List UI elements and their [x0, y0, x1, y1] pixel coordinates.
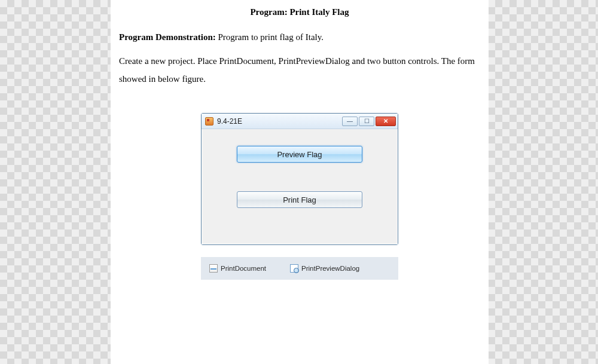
page-title: Program: Print Italy Flag — [119, 7, 480, 17]
maximize-button[interactable]: ☐ — [359, 117, 374, 126]
screenshot-container: 9.4-21E — ☐ ✕ Preview Flag Print Flag Pr… — [119, 113, 480, 280]
printdocument-icon — [209, 264, 218, 273]
demo-label: Program Demonstration: — [119, 32, 216, 42]
preview-flag-button[interactable]: Preview Flag — [237, 146, 362, 163]
demo-text: Program to print flag of Italy. — [216, 32, 324, 42]
application-window: 9.4-21E — ☐ ✕ Preview Flag Print Flag — [201, 113, 398, 245]
component-tray: PrintDocument PrintPreviewDialog — [201, 257, 398, 280]
tray-item-printdocument[interactable]: PrintDocument — [209, 264, 266, 273]
printpreviewdialog-icon — [290, 264, 298, 273]
instructions-paragraph: Create a new project. Place PrintDocumen… — [119, 52, 480, 88]
close-icon: ✕ — [383, 118, 388, 124]
print-flag-button[interactable]: Print Flag — [237, 191, 362, 208]
maximize-icon: ☐ — [364, 118, 370, 124]
demo-paragraph: Program Demonstration: Program to print … — [119, 28, 480, 46]
window-titlebar: 9.4-21E — ☐ ✕ — [202, 114, 398, 129]
minimize-button[interactable]: — — [342, 117, 358, 126]
document-page: Program: Print Italy Flag Program Demons… — [111, 0, 489, 364]
window-client-area: Preview Flag Print Flag — [202, 129, 398, 244]
app-icon — [205, 117, 213, 126]
window-control-buttons: — ☐ ✕ — [342, 117, 396, 126]
tray-label-printdocument: PrintDocument — [221, 265, 266, 272]
tray-item-printpreviewdialog[interactable]: PrintPreviewDialog — [290, 264, 359, 273]
window-title: 9.4-21E — [217, 117, 342, 126]
tray-label-printpreviewdialog: PrintPreviewDialog — [301, 265, 359, 272]
close-button[interactable]: ✕ — [376, 117, 396, 126]
minimize-icon: — — [347, 118, 353, 124]
